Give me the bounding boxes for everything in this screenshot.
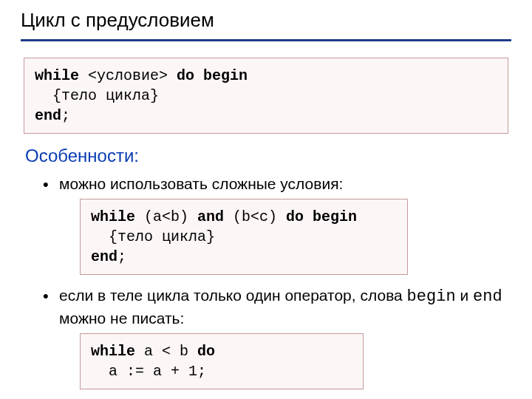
- page-title: Цикл с предусловием: [21, 9, 511, 35]
- bullet-text-2c: можно не писать:: [59, 310, 184, 327]
- codebox-syntax: while <условие> do begin {тело цикла} en…: [24, 58, 508, 134]
- inline-code-begin: begin: [407, 287, 456, 306]
- codebox-example-1: while (a<b) and (b<c) do begin {тело цик…: [80, 199, 408, 275]
- subheading: Особенности:: [25, 146, 511, 166]
- list-item: если в теле цикла только один оператор, …: [43, 285, 511, 329]
- bullet-text-1: можно использовать сложные условия:: [59, 175, 343, 192]
- slide: Цикл с предусловием while <условие> do b…: [0, 0, 532, 399]
- list-item: можно использовать сложные условия:: [43, 174, 511, 194]
- bullet-text-2a: если в теле цикла только один оператор, …: [59, 287, 407, 304]
- inline-code-end: end: [473, 287, 502, 306]
- title-rule: [21, 39, 511, 41]
- codebox-example-2: while a < b do a := a + 1;: [80, 333, 364, 389]
- feature-list-2: если в теле цикла только один оператор, …: [43, 285, 511, 329]
- bullet-text-2b: и: [456, 287, 473, 304]
- feature-list: можно использовать сложные условия:: [43, 174, 511, 194]
